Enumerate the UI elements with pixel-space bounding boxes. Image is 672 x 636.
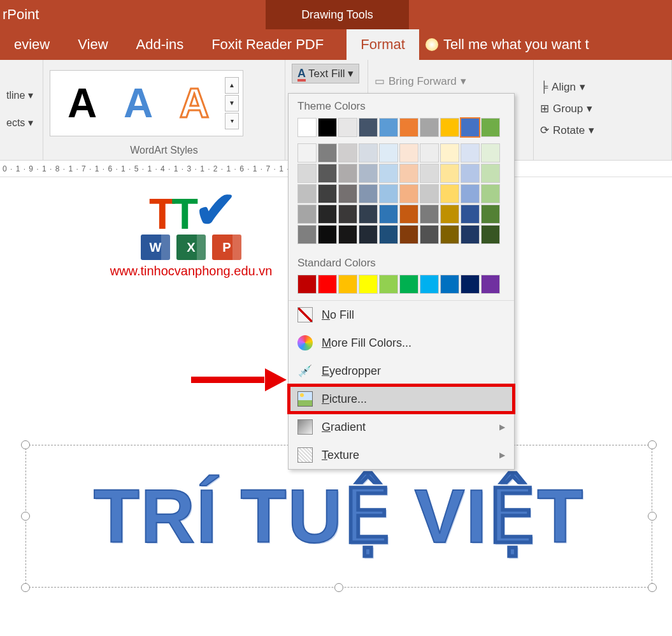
color-swatch[interactable] (379, 184, 398, 203)
text-outline-button[interactable]: tline ▾ (6, 89, 45, 101)
group-button[interactable]: ⊞ Group ▾ (540, 98, 594, 120)
color-swatch[interactable] (297, 118, 317, 137)
resize-handle[interactable] (21, 512, 30, 521)
gallery-spinner[interactable]: ▲ ▼ ▾ (225, 77, 239, 129)
color-swatch[interactable] (461, 184, 480, 203)
color-swatch[interactable] (481, 143, 500, 163)
color-swatch[interactable] (318, 275, 337, 294)
color-swatch[interactable] (297, 225, 317, 244)
color-swatch[interactable] (440, 205, 459, 224)
color-swatch[interactable] (420, 143, 439, 163)
color-swatch[interactable] (420, 225, 439, 244)
tab-addins[interactable]: Add-ins (122, 29, 198, 60)
color-swatch[interactable] (359, 143, 378, 163)
tab-format[interactable]: Format (347, 29, 419, 60)
tell-me[interactable]: Tell me what you want t (419, 29, 596, 60)
color-swatch[interactable] (318, 143, 337, 163)
color-swatch[interactable] (420, 275, 439, 294)
resize-handle[interactable] (648, 512, 657, 521)
color-swatch[interactable] (440, 118, 459, 137)
color-swatch[interactable] (420, 205, 439, 224)
color-swatch[interactable] (297, 143, 317, 163)
wordart-gallery[interactable]: A A A ▲ ▼ ▾ (50, 70, 243, 136)
color-swatch[interactable] (297, 205, 317, 224)
color-swatch[interactable] (359, 164, 378, 183)
color-swatch[interactable] (379, 118, 398, 137)
resize-handle[interactable] (334, 583, 343, 592)
picture-fill-item[interactable]: Picture... (289, 385, 514, 413)
color-swatch[interactable] (318, 205, 337, 224)
wordart-style-3[interactable]: A (166, 83, 222, 124)
color-swatch[interactable] (399, 275, 418, 294)
color-swatch[interactable] (359, 275, 378, 294)
color-swatch[interactable] (461, 164, 480, 183)
texture-fill-item[interactable]: Texture ▶ (289, 441, 514, 469)
color-swatch[interactable] (297, 275, 317, 294)
gallery-more-icon[interactable]: ▾ (225, 113, 239, 129)
color-swatch[interactable] (420, 118, 439, 137)
color-swatch[interactable] (338, 118, 357, 137)
color-swatch[interactable] (338, 225, 357, 244)
resize-handle[interactable] (21, 583, 30, 592)
gallery-up-icon[interactable]: ▲ (225, 77, 239, 94)
color-swatch[interactable] (399, 164, 418, 183)
color-swatch[interactable] (481, 118, 500, 137)
text-effects-button[interactable]: ects ▾ (6, 117, 45, 129)
color-swatch[interactable] (379, 143, 398, 163)
color-swatch[interactable] (440, 164, 459, 183)
color-swatch[interactable] (359, 118, 378, 137)
more-fill-colors-item[interactable]: More Fill Colors... (289, 329, 514, 357)
color-swatch[interactable] (481, 205, 500, 224)
eyedropper-item[interactable]: 💉 Eyedropper (289, 357, 514, 385)
tab-review[interactable]: eview (0, 29, 64, 60)
bring-forward-button[interactable]: ▭ Bring Forward ▾ (375, 71, 466, 92)
color-swatch[interactable] (338, 143, 357, 163)
color-swatch[interactable] (461, 225, 480, 244)
text-fill-button[interactable]: A Text Fill ▾ (292, 64, 359, 83)
color-swatch[interactable] (297, 164, 317, 183)
rotate-button[interactable]: ⟳ Rotate ▾ (540, 120, 594, 141)
color-swatch[interactable] (440, 184, 459, 203)
color-swatch[interactable] (338, 275, 357, 294)
color-swatch[interactable] (359, 225, 378, 244)
color-swatch[interactable] (481, 225, 500, 244)
gradient-fill-item[interactable]: Gradient ▶ (289, 413, 514, 441)
color-swatch[interactable] (461, 205, 480, 224)
resize-handle[interactable] (21, 440, 30, 449)
color-swatch[interactable] (318, 184, 337, 203)
color-swatch[interactable] (481, 275, 500, 294)
tab-foxit[interactable]: Foxit Reader PDF (197, 29, 338, 60)
color-swatch[interactable] (420, 184, 439, 203)
color-swatch[interactable] (318, 118, 337, 137)
color-swatch[interactable] (440, 275, 459, 294)
color-swatch[interactable] (379, 225, 398, 244)
color-swatch[interactable] (297, 184, 317, 203)
color-swatch[interactable] (318, 164, 337, 183)
color-swatch[interactable] (461, 118, 480, 137)
slide-canvas[interactable]: TT✔ W X P www.tinhocvanphong.edu.vn Them… (0, 177, 672, 636)
color-swatch[interactable] (481, 184, 500, 203)
color-swatch[interactable] (440, 225, 459, 244)
tab-view[interactable]: View (64, 29, 122, 60)
color-swatch[interactable] (399, 118, 418, 137)
resize-handle[interactable] (648, 440, 657, 449)
color-swatch[interactable] (338, 164, 357, 183)
color-swatch[interactable] (318, 225, 337, 244)
gallery-down-icon[interactable]: ▼ (225, 95, 239, 112)
color-swatch[interactable] (420, 164, 439, 183)
color-swatch[interactable] (461, 143, 480, 163)
align-button[interactable]: ╞ Align ▾ (540, 76, 594, 98)
resize-handle[interactable] (648, 583, 657, 592)
color-swatch[interactable] (359, 205, 378, 224)
color-swatch[interactable] (440, 143, 459, 163)
color-swatch[interactable] (379, 275, 398, 294)
wordart-style-1[interactable]: A (54, 83, 110, 124)
color-swatch[interactable] (338, 205, 357, 224)
color-swatch[interactable] (399, 143, 418, 163)
color-swatch[interactable] (379, 205, 398, 224)
color-swatch[interactable] (379, 164, 398, 183)
no-fill-item[interactable]: No Fill (289, 301, 514, 329)
color-swatch[interactable] (461, 275, 480, 294)
color-swatch[interactable] (481, 164, 500, 183)
color-swatch[interactable] (399, 205, 418, 224)
